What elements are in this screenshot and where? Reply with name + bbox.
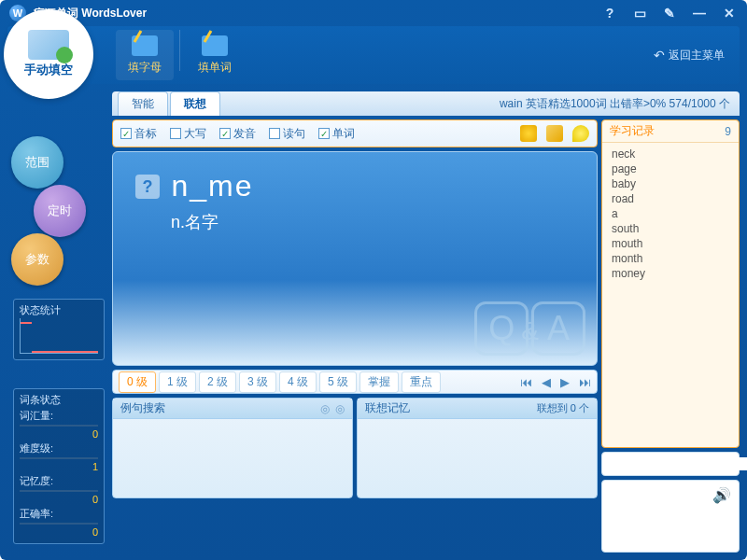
nav-prev-icon[interactable]: ◀: [542, 375, 551, 389]
level-tab-7[interactable]: 重点: [402, 371, 441, 393]
level-tab-4[interactable]: 4 级: [279, 371, 317, 393]
fill-word-icon: [202, 35, 228, 56]
left-sidebar: 范围 定时 参数 状态统计 词条状态 词汇量:0难度级:1记忆度:0正确率:0: [7, 91, 110, 553]
mode-label: 手动填空: [24, 62, 73, 78]
level-tab-6[interactable]: 掌握: [359, 371, 399, 393]
history-count: 9: [725, 125, 731, 138]
level-tab-3[interactable]: 3 级: [239, 371, 276, 393]
window-snap-icon[interactable]: ▭: [631, 7, 648, 20]
bulb-icon[interactable]: [572, 125, 589, 142]
stat-row: 正确率:: [20, 507, 98, 521]
back-to-menu-label: 返回主菜单: [669, 48, 725, 63]
titlebar: W 疯狂单词 WordsLover ? ▭ ✎ — ✕: [0, 0, 747, 26]
status-stat-title: 状态统计: [20, 303, 98, 317]
speaker-play-icon[interactable]: 🔊: [712, 486, 731, 504]
level-tab-1[interactable]: 1 级: [159, 371, 196, 393]
nav-next-icon[interactable]: ▶: [560, 375, 570, 389]
speaker-icon[interactable]: [520, 125, 537, 142]
mode-icon: [28, 30, 69, 60]
help-icon[interactable]: ?: [601, 7, 618, 20]
history-item[interactable]: neck: [612, 147, 729, 161]
chk-phonetic-label: 音标: [134, 126, 157, 142]
back-to-menu-link[interactable]: 返回主菜单: [654, 48, 725, 63]
level-tab-2[interactable]: 2 级: [199, 371, 236, 393]
history-title: 学习记录: [610, 123, 655, 139]
level-tab-5[interactable]: 5 级: [319, 371, 357, 393]
history-panel: 学习记录 9 neckpagebabyroadasouthmouthmonthm…: [601, 119, 740, 448]
chk-sentence-label: 读句: [283, 126, 305, 142]
history-item[interactable]: road: [612, 191, 729, 206]
fill-word-button[interactable]: 填单词: [186, 30, 244, 80]
mode-indicator: 手动填空: [4, 9, 93, 99]
hint-icon[interactable]: ?: [135, 175, 160, 199]
toolbar-separator: [179, 30, 180, 71]
chk-sentence[interactable]: 读句: [269, 126, 305, 142]
tab-bar: 智能 联想 wain 英语精选1000词 出错率>0% 574/1000 个: [112, 91, 740, 116]
status-text: wain 英语精选1000词 出错率>0% 574/1000 个: [500, 96, 730, 112]
history-item[interactable]: mouth: [612, 236, 729, 251]
chk-pronounce[interactable]: ✓发音: [219, 126, 256, 142]
fill-letter-button[interactable]: 填字母: [116, 30, 174, 80]
chk-pronounce-label: 发音: [233, 126, 256, 142]
word-status-title: 词条状态: [20, 393, 98, 407]
params-button[interactable]: 参数: [11, 233, 63, 286]
tab-association[interactable]: 联想: [170, 91, 220, 116]
status-stat-panel: 状态统计: [13, 299, 105, 360]
note-icon[interactable]: [546, 125, 563, 142]
range-button[interactable]: 范围: [11, 136, 63, 189]
example-search-title: 例句搜索: [120, 400, 165, 416]
stat-graph: [20, 318, 98, 354]
stat-row: 记忆度:: [20, 474, 98, 488]
stat-row: 难度级:: [20, 441, 98, 455]
example-search-panel: 例句搜索 ◎◎: [112, 398, 353, 498]
chk-word-label: 单词: [332, 126, 355, 142]
minimize-icon[interactable]: —: [691, 7, 708, 20]
level-bar: 0 级1 级2 级3 级4 级5 级掌握重点 ⏮ ◀ ▶ ⏭: [112, 370, 598, 394]
word-text: n_me: [171, 169, 253, 203]
chk-phonetic[interactable]: ✓音标: [120, 126, 157, 142]
history-item[interactable]: money: [612, 266, 729, 281]
nav-first-icon[interactable]: ⏮: [520, 375, 532, 389]
fill-word-label: 填单词: [198, 60, 232, 76]
history-item[interactable]: south: [612, 221, 729, 236]
edit-icon[interactable]: ✎: [661, 7, 678, 20]
disc-icon-2[interactable]: ◎: [335, 402, 345, 415]
tab-smart[interactable]: 智能: [118, 91, 168, 116]
timer-button[interactable]: 定时: [34, 185, 86, 237]
association-count: 联想到 0 个: [537, 401, 589, 415]
chk-uppercase-label: 大写: [184, 126, 206, 142]
association-memory-title: 联想记忆: [365, 400, 410, 416]
audio-panel: 🔊: [601, 480, 740, 553]
app-title: 疯狂单词 WordsLover: [34, 6, 601, 21]
chk-word[interactable]: ✓单词: [318, 126, 355, 142]
association-memory-panel: 联想记忆 联想到 0 个: [357, 398, 598, 498]
nav-last-icon[interactable]: ⏭: [579, 375, 591, 389]
chk-uppercase[interactable]: 大写: [170, 126, 206, 142]
level-tab-0[interactable]: 0 级: [119, 371, 156, 393]
close-icon[interactable]: ✕: [721, 7, 738, 20]
history-item[interactable]: a: [612, 206, 729, 221]
stat-row: 词汇量:: [20, 409, 98, 423]
history-item[interactable]: month: [612, 251, 729, 266]
toolbar: 手动填空 填字母 填单词 返回主菜单: [7, 26, 740, 84]
history-item[interactable]: page: [612, 161, 729, 176]
fill-letter-label: 填字母: [128, 60, 162, 76]
word-panel: ? n_me n.名字 Q&A: [112, 151, 598, 366]
fill-letter-icon: [132, 35, 158, 56]
decoration-letters: Q&A: [482, 301, 578, 356]
options-bar: ✓音标 大写 ✓发音 读句 ✓单词: [112, 119, 598, 147]
disc-icon[interactable]: ◎: [320, 402, 330, 415]
search-input[interactable]: [610, 457, 747, 470]
dictionary-search[interactable]: [601, 452, 740, 476]
history-item[interactable]: baby: [612, 176, 729, 191]
word-definition: n.名字: [171, 211, 574, 233]
word-status-panel: 词条状态 词汇量:0难度级:1记忆度:0正确率:0: [13, 388, 105, 544]
history-list: neckpagebabyroadasouthmouthmonthmoney: [602, 143, 739, 447]
